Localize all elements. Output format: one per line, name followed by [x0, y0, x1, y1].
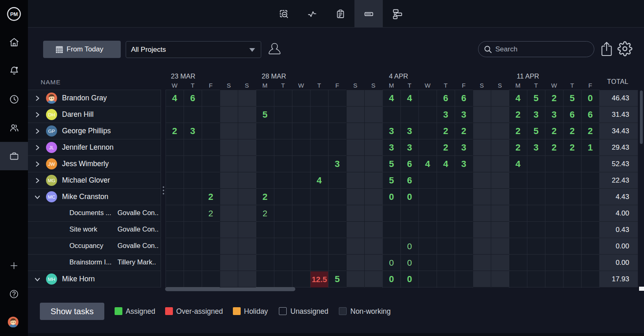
svg-text:PM: PM	[10, 12, 18, 17]
